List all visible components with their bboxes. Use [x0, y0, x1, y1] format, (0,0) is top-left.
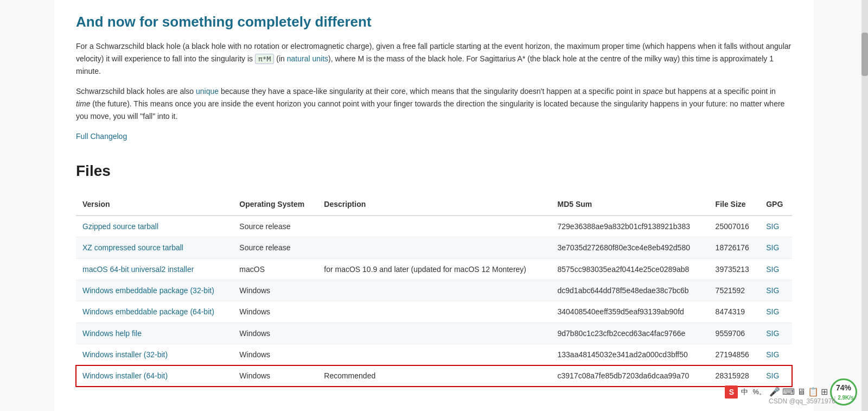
col-filesize: File Size: [709, 194, 760, 215]
natural-units-link[interactable]: natural units: [287, 54, 328, 63]
version-link[interactable]: Windows installer (64-bit): [82, 371, 168, 380]
p1-text-mid: (in: [274, 54, 286, 63]
size-cell: 25007016: [709, 216, 760, 237]
version-link[interactable]: Gzipped source tarball: [82, 222, 158, 231]
speed-percent: 74%: [836, 382, 851, 394]
size-cell: 7521592: [709, 280, 760, 301]
table-row: Windows help fileWindows9d7b80c1c23cfb2c…: [76, 323, 792, 344]
gpg-sig-link[interactable]: SIG: [766, 350, 779, 359]
description-cell: [317, 216, 551, 237]
col-description: Description: [317, 194, 551, 215]
full-changelog-link[interactable]: Full Changelog: [76, 130, 127, 142]
version-link[interactable]: Windows embeddable package (32-bit): [82, 286, 214, 295]
gpg-sig-link[interactable]: SIG: [766, 222, 779, 231]
files-heading: Files: [76, 159, 792, 184]
gpg-sig-link[interactable]: SIG: [766, 243, 779, 252]
md5-cell: c3917c08a7fe85db7203da6dcaa99a70: [551, 365, 709, 387]
table-body: Gzipped source tarballSource release729e…: [76, 216, 792, 387]
version-link[interactable]: XZ compressed source tarball: [82, 243, 183, 252]
table-header: Version Operating System Description MD5…: [76, 194, 792, 215]
table-row: Windows embeddable package (32-bit)Windo…: [76, 280, 792, 301]
description-cell: for macOS 10.9 and later (updated for ma…: [317, 258, 551, 280]
size-cell: 39735213: [709, 258, 760, 280]
version-link[interactable]: macOS 64-bit universal2 installer: [82, 265, 194, 274]
md5-cell: 729e36388ae9a832b01cf9138921b383: [551, 216, 709, 237]
unique-link[interactable]: unique: [196, 87, 219, 96]
os-cell: Windows: [233, 344, 317, 365]
paragraph-1: For a Schwarzschild black hole (a black …: [76, 40, 792, 78]
section-heading: And now for something completely differe…: [76, 11, 792, 34]
description-cell: [317, 237, 551, 258]
formula-pi-m: π*M: [255, 54, 274, 64]
description-cell: [317, 323, 551, 344]
size-cell: 27194856: [709, 344, 760, 365]
scrollbar-thumb[interactable]: [861, 33, 868, 76]
md5-cell: 133aa48145032e341ad2a000cd3bff50: [551, 344, 709, 365]
description-cell: [317, 280, 551, 301]
md5-cell: dc9d1abc644dd78f5e48edae38c7bc6b: [551, 280, 709, 301]
table-row: macOS 64-bit universal2 installermacOSfo…: [76, 258, 792, 280]
files-table: Version Operating System Description MD5…: [76, 194, 792, 387]
col-version: Version: [76, 194, 233, 215]
size-cell: 8474319: [709, 301, 760, 323]
md5-cell: 340408540eeff359d5eaf93139ab90fd: [551, 301, 709, 323]
os-cell: Source release: [233, 237, 317, 258]
table-row: Windows installer (64-bit)WindowsRecomme…: [76, 365, 792, 387]
version-link[interactable]: Windows help file: [82, 329, 142, 338]
os-cell: Windows: [233, 301, 317, 323]
time-italic: time: [76, 99, 90, 108]
os-cell: Source release: [233, 216, 317, 237]
table-row: Windows installer (32-bit)Windows133aa48…: [76, 344, 792, 365]
page-container: And now for something completely differe…: [54, 0, 814, 411]
size-cell: 18726176: [709, 237, 760, 258]
col-md5: MD5 Sum: [551, 194, 709, 215]
scrollbar[interactable]: [861, 0, 868, 411]
gpg-sig-link[interactable]: SIG: [766, 307, 779, 316]
tray-icon-s: S: [725, 385, 738, 399]
paragraph-2: Schwarzschild black holes are also uniqu…: [76, 85, 792, 123]
table-row: XZ compressed source tarballSource relea…: [76, 237, 792, 258]
gpg-sig-link[interactable]: SIG: [766, 286, 779, 295]
tray-text-pct: %。: [752, 387, 766, 398]
md5-cell: 8575cc983035ea2f0414e25ce0289ab8: [551, 258, 709, 280]
version-link[interactable]: Windows embeddable package (64-bit): [82, 307, 214, 316]
description-cell: [317, 344, 551, 365]
description-cell: [317, 301, 551, 323]
col-os: Operating System: [233, 194, 317, 215]
space-italic: space: [643, 87, 663, 96]
gpg-sig-link[interactable]: SIG: [766, 329, 779, 338]
os-cell: Windows: [233, 365, 317, 387]
col-gpg: GPG: [760, 194, 792, 215]
os-cell: Windows: [233, 323, 317, 344]
version-link[interactable]: Windows installer (32-bit): [82, 350, 168, 359]
os-cell: macOS: [233, 258, 317, 280]
gpg-sig-link[interactable]: SIG: [766, 265, 779, 274]
csdn-watermark: CSDN @qq_35971976: [769, 396, 835, 407]
table-row: Windows embeddable package (64-bit)Windo…: [76, 301, 792, 323]
tray-text-zh: 中: [741, 387, 748, 398]
size-cell: 9559706: [709, 323, 760, 344]
md5-cell: 9d7b80c1c23cfb2cecd63ac4fac9766e: [551, 323, 709, 344]
md5-cell: 3e7035d272680f80e3ce4e8eb492d580: [551, 237, 709, 258]
table-row: Gzipped source tarballSource release729e…: [76, 216, 792, 237]
description-cell: Recommended: [317, 365, 551, 387]
speed-rate: ↑ 2.9K/s: [833, 394, 853, 402]
os-cell: Windows: [233, 280, 317, 301]
